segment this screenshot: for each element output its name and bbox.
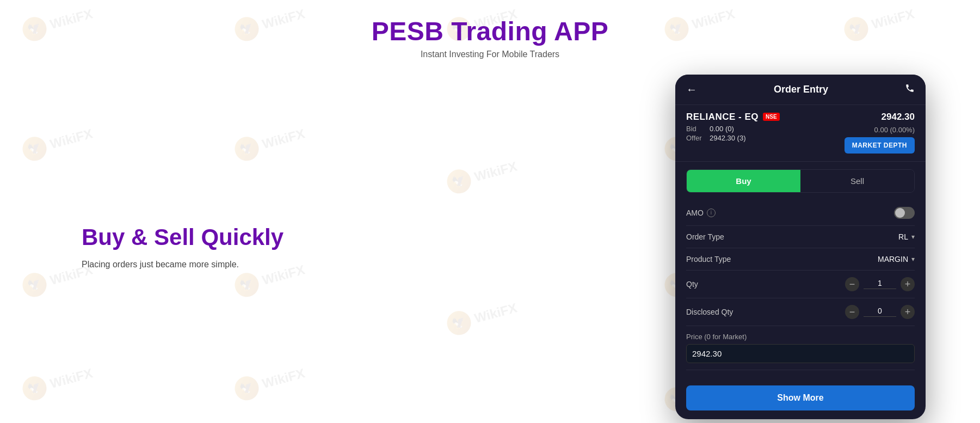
price-label: Price (0 for Market) <box>686 333 915 341</box>
order-type-label: Order Type <box>686 232 724 241</box>
disclosed-qty-increment-button[interactable]: + <box>901 305 915 319</box>
product-type-value: MARGIN <box>878 255 908 263</box>
bid-value: 0.00 (0) <box>710 125 734 133</box>
show-more-button[interactable]: Show More <box>686 385 915 410</box>
stock-price: 2942.30 <box>882 112 915 122</box>
amo-toggle-container <box>894 207 915 219</box>
order-type-chevron-icon: ▾ <box>911 233 915 241</box>
sell-button[interactable]: Sell <box>800 170 914 192</box>
disclosed-qty-decrement-button[interactable]: − <box>845 305 859 319</box>
offer-label: Offer <box>686 134 705 142</box>
bid-label: Bid <box>686 125 705 133</box>
qty-increment-button[interactable]: + <box>901 277 915 291</box>
qty-label: Qty <box>686 280 698 289</box>
header: PESB Trading APP Instant Investing For M… <box>372 0 609 59</box>
stock-name: RELIANCE - EQ <box>686 112 759 122</box>
exchange-badge: NSE <box>763 113 780 121</box>
stock-info-bar: RELIANCE - EQ NSE 2942.30 Bid 0.00 (0) <box>675 105 926 162</box>
back-button[interactable]: ← <box>686 83 697 96</box>
amo-toggle[interactable] <box>894 207 915 219</box>
product-type-row: Product Type MARGIN ▾ <box>686 248 915 271</box>
page-title: PESB Trading APP <box>372 16 609 46</box>
amo-info-icon[interactable]: i <box>707 209 716 217</box>
disclosed-qty-label: Disclosed Qty <box>686 308 733 316</box>
disclosed-qty-row: Disclosed Qty − 0 + <box>686 298 915 326</box>
page-container: PESB Trading APP Instant Investing For M… <box>0 0 980 423</box>
price-row: Price (0 for Market) <box>686 326 915 370</box>
qty-stepper: − 1 + <box>845 277 915 291</box>
toggle-knob <box>895 208 905 218</box>
phone-header: ← Order Entry <box>675 75 926 105</box>
content-area: Buy & Sell Quickly Placing orders just b… <box>0 70 980 423</box>
phone-header-title: Order Entry <box>774 84 828 95</box>
market-depth-button[interactable]: MARKET DEPTH <box>845 137 915 154</box>
order-type-value: RL <box>898 232 908 241</box>
page-subtitle: Instant Investing For Mobile Traders <box>372 50 609 59</box>
product-type-label: Product Type <box>686 255 731 263</box>
left-content: Buy & Sell Quickly Placing orders just b… <box>82 224 283 269</box>
stock-change: 0.00 (0.00%) <box>874 126 915 134</box>
order-type-control[interactable]: RL ▾ <box>898 232 915 241</box>
phone-mockup: ← Order Entry RELIANCE - EQ NSE <box>675 75 926 419</box>
amo-row: AMO i <box>686 200 915 226</box>
offer-value: 2942.30 (3) <box>710 134 746 142</box>
disclosed-qty-value: 0 <box>864 306 896 317</box>
qty-decrement-button[interactable]: − <box>845 277 859 291</box>
price-input[interactable] <box>686 344 915 363</box>
disclosed-qty-stepper: − 0 + <box>845 305 915 319</box>
buy-button[interactable]: Buy <box>687 170 800 192</box>
amo-label: AMO i <box>686 209 716 217</box>
buy-sell-toggle: Buy Sell <box>686 169 915 193</box>
phone-call-icon[interactable] <box>905 83 915 96</box>
order-type-row: Order Type RL ▾ <box>686 226 915 248</box>
right-content: ← Order Entry RELIANCE - EQ NSE <box>675 75 926 419</box>
product-type-chevron-icon: ▾ <box>911 255 915 263</box>
left-heading: Buy & Sell Quickly <box>82 224 283 251</box>
order-form: AMO i Order Type RL <box>675 200 926 378</box>
qty-value: 1 <box>864 279 896 289</box>
left-subtext: Placing orders just became more simple. <box>82 260 283 269</box>
product-type-control[interactable]: MARGIN ▾ <box>878 255 915 263</box>
qty-row: Qty − 1 + <box>686 271 915 298</box>
